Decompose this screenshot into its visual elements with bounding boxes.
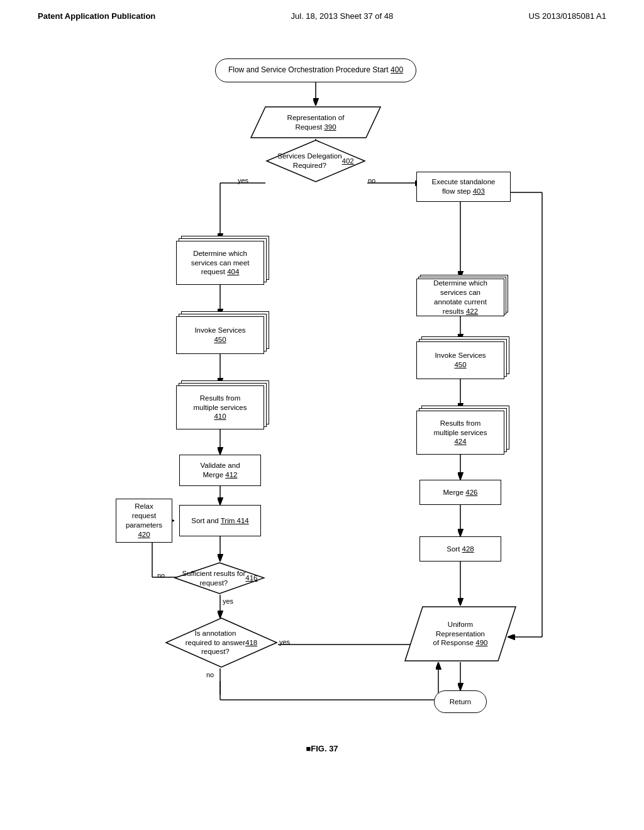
label-yes-delegation: yes: [238, 177, 248, 184]
node-relax-request: Relaxrequestparameters420: [116, 499, 172, 543]
page-header: Patent Application Publication Jul. 18, …: [0, 0, 644, 27]
node-determine-annotate: Determine whichservices canannotate curr…: [416, 279, 504, 316]
node-results-multiple-1-label: Results frommultiple services410: [194, 394, 247, 422]
node-start: Flow and Service Orchestration Procedure…: [215, 58, 416, 82]
node-merge-426-label: Merge 426: [443, 488, 478, 497]
page: Patent Application Publication Jul. 18, …: [0, 0, 644, 830]
node-invoke-services-1-label: Invoke Services450: [194, 326, 245, 345]
node-sufficient-results-label: Sufficient results forrequest? 416: [174, 562, 265, 595]
node-invoke-services-2: Invoke Services450: [416, 341, 504, 379]
node-sort-428-label: Sort 428: [447, 545, 474, 554]
node-execute-standalone: Execute standaloneflow step 403: [416, 172, 511, 202]
node-merge-426: Merge 426: [419, 480, 501, 505]
node-representation-request-label: Representation ofRequest 390: [281, 113, 351, 132]
node-annotation-required-label: Is annotationrequired to answerrequest? …: [165, 617, 278, 668]
label-yes-annotation: yes: [279, 638, 290, 646]
header-date-sheet: Jul. 18, 2013 Sheet 37 of 48: [291, 11, 394, 21]
node-sufficient-results: Sufficient results forrequest? 416: [174, 562, 265, 595]
header-publication: Patent Application Publication: [38, 11, 155, 21]
node-results-multiple-2: Results frommultiple services424: [416, 411, 504, 455]
node-services-delegation-label: Services DelegationRequired? 402: [265, 139, 366, 183]
node-uniform-representation-label: UniformRepresentationof Response 490: [427, 620, 494, 648]
node-results-multiple-2-label: Results frommultiple services424: [434, 419, 487, 447]
node-results-multiple-1: Results frommultiple services410: [176, 385, 264, 429]
node-sort-428: Sort 428: [419, 536, 501, 562]
label-no-delegation: no: [368, 177, 375, 184]
node-validate-merge: Validate andMerge 412: [179, 455, 261, 486]
node-invoke-services-1: Invoke Services450: [176, 316, 264, 354]
node-start-label: Flow and Service Orchestration Procedure…: [228, 65, 403, 75]
node-representation-request: Representation ofRequest 390: [250, 106, 382, 139]
node-annotation-required: Is annotationrequired to answerrequest? …: [165, 617, 278, 668]
node-return-label: Return: [450, 697, 472, 707]
label-no-annotation: no: [206, 671, 214, 678]
node-return: Return: [434, 690, 487, 713]
node-uniform-representation: UniformRepresentationof Response 490: [404, 606, 517, 662]
label-no-sufficient: no: [157, 572, 165, 579]
node-sort-trim-label: Sort and Trim 414: [191, 516, 248, 526]
node-determine-services: Determine whichservices can meetrequest …: [176, 241, 264, 285]
node-invoke-services-2-label: Invoke Services450: [435, 351, 486, 370]
flowchart-diagram: Flow and Service Orchestration Procedure…: [83, 46, 561, 738]
figure-caption: ■FIG. 37: [0, 744, 644, 753]
node-sort-trim: Sort and Trim 414: [179, 505, 261, 536]
node-determine-services-label: Determine whichservices can meetrequest …: [191, 249, 250, 277]
node-execute-standalone-label: Execute standaloneflow step 403: [431, 177, 495, 196]
node-determine-annotate-label: Determine whichservices canannotate curr…: [433, 279, 487, 316]
label-yes-sufficient: yes: [223, 597, 233, 605]
node-relax-request-label: Relaxrequestparameters420: [126, 502, 162, 540]
node-services-delegation: Services DelegationRequired? 402: [265, 139, 366, 183]
node-validate-merge-label: Validate andMerge 412: [200, 461, 240, 480]
header-patent-number: US 2013/0185081 A1: [528, 11, 606, 21]
